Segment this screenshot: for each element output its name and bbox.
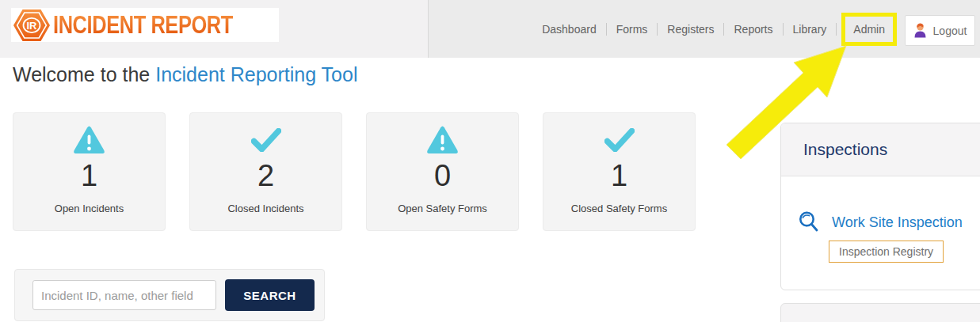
search-panel: SEARCH	[14, 269, 325, 321]
logout-button[interactable]: Logout	[905, 15, 975, 46]
admin-highlight-box: Admin	[841, 13, 897, 46]
inspection-registry-badge[interactable]: Inspection Registry	[829, 241, 944, 263]
stat-value: 1	[81, 161, 97, 191]
partial-panel-below	[780, 303, 980, 322]
page-title-prefix: Welcome to the	[13, 63, 155, 85]
nav-separator	[836, 23, 837, 36]
stat-card-open-incidents[interactable]: 1 Open Incidents	[13, 112, 166, 231]
inspections-title: Inspections	[803, 140, 887, 159]
svg-text:IR: IR	[27, 19, 38, 31]
nav-item-library[interactable]: Library	[784, 23, 837, 36]
search-icon	[799, 211, 819, 233]
stat-label: Closed Incidents	[227, 203, 303, 214]
page-title-highlight: Incident Reporting Tool	[155, 63, 357, 85]
brand-logo[interactable]: IR INCIDENT REPORT	[11, 8, 279, 42]
warning-icon	[73, 125, 105, 155]
main-nav: Dashboard Forms Registers Reports Librar…	[532, 0, 898, 58]
inspection-link-row: Work Site Inspection	[799, 211, 980, 233]
stat-label: Closed Safety Forms	[571, 203, 667, 214]
header-left-section: IR INCIDENT REPORT	[0, 0, 428, 58]
stat-value: 2	[257, 161, 274, 191]
stat-card-open-safety-forms[interactable]: 0 Open Safety Forms	[366, 112, 519, 231]
stat-label: Open Safety Forms	[398, 203, 487, 214]
inspections-panel: Inspections Work Site Inspection Inspect…	[780, 123, 980, 290]
header: IR INCIDENT REPORT Dashboard Forms Regis…	[0, 0, 980, 58]
stat-label: Open Incidents	[55, 203, 124, 214]
nav-item-dashboard[interactable]: Dashboard	[532, 23, 606, 36]
stat-card-closed-safety-forms[interactable]: 1 Closed Safety Forms	[543, 112, 696, 231]
nav-item-admin[interactable]: Admin	[853, 23, 885, 36]
warning-icon	[426, 125, 459, 155]
check-icon	[604, 125, 635, 155]
check-icon	[251, 125, 281, 155]
app-window: IR INCIDENT REPORT Dashboard Forms Regis…	[0, 0, 980, 322]
nav-item-registers[interactable]: Registers	[658, 23, 723, 36]
hexagon-ir-icon: IR	[13, 8, 50, 43]
header-nav-section: Dashboard Forms Registers Reports Librar…	[428, 0, 980, 58]
stat-card-closed-incidents[interactable]: 2 Closed Incidents	[189, 112, 342, 231]
work-site-inspection-link[interactable]: Work Site Inspection	[832, 214, 963, 231]
inspections-panel-header: Inspections	[781, 123, 980, 176]
nav-item-forms[interactable]: Forms	[607, 23, 658, 36]
stat-cards-row: 1 Open Incidents 2 Closed Incidents 0 Op	[13, 112, 696, 231]
nav-item-reports[interactable]: Reports	[724, 23, 782, 36]
stat-value: 0	[434, 161, 451, 191]
brand-logo-text: INCIDENT REPORT	[53, 13, 233, 37]
search-button[interactable]: SEARCH	[225, 279, 315, 311]
stat-value: 1	[611, 161, 627, 191]
user-avatar-icon	[913, 23, 927, 38]
page-title: Welcome to the Incident Reporting Tool	[13, 63, 357, 86]
logout-label: Logout	[933, 25, 967, 37]
search-input[interactable]	[32, 280, 216, 310]
